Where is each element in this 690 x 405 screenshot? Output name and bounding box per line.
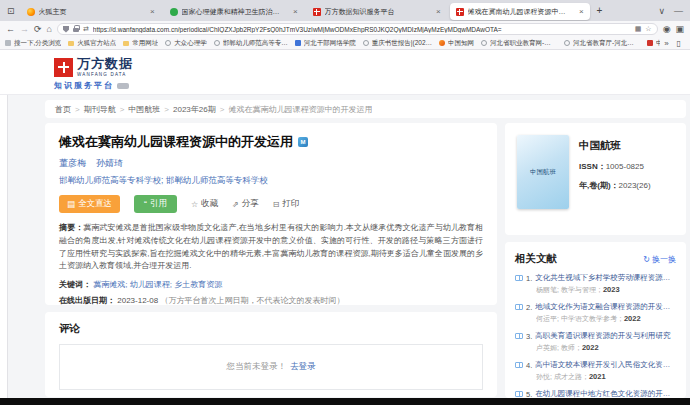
browser-tab-health[interactable]: 国家心理健康和精神卫生防治… × <box>164 3 304 20</box>
author-list: 董彦梅 孙婧琦 <box>59 157 483 170</box>
breadcrumb: 首页> 期刊导航> 中国航班> 2023年26期> 傩戏在冀南幼儿园课程资源中的… <box>45 100 686 118</box>
list-tabs-chevron-icon[interactable]: ∨ <box>655 6 668 16</box>
affiliation-links[interactable]: 邯郸幼儿师范高等专科学校; 邯郸幼儿师范高等专科学校 <box>59 175 483 187</box>
breadcrumb-journal-nav[interactable]: 期刊导航 <box>84 104 116 115</box>
related-item: 4.高中语文校本课程开发引入民俗文化资源研究 孙悦; 成才之路；2021 <box>515 360 676 382</box>
not-logged-in-text: 您当前未登录！ <box>227 361 287 373</box>
share-button[interactable]: ⇗分享 <box>232 198 259 210</box>
reload-icon[interactable]: ⟳ <box>34 24 42 34</box>
tab-bar: ⊡ 火狐主页 × 国家心理健康和精神卫生防治… × 万方数据知识服务平台 × 傩… <box>0 0 690 21</box>
related-link[interactable]: 在幼儿园课程中地方红色文化资源的开发与… <box>535 389 676 398</box>
site-icon <box>647 40 653 46</box>
qr-translate-icon[interactable]: ▦ <box>635 25 642 33</box>
related-link[interactable]: 高职美育通识课程资源的开发与利用研究 <box>535 331 676 341</box>
browser-tab-home[interactable]: 火狐主页 × <box>21 3 161 20</box>
bookmark-list: 搜一下,分类浏览 火狐官方站点 常用网址 大众心理学 邯郸幼儿师范高等专… 河北… <box>5 39 660 48</box>
bookmark-item[interactable]: 重庆书世报告|(202… <box>363 39 432 48</box>
browser-window: ⊡ 火狐主页 × 国家心理健康和精神卫生防治… × 万方数据知识服务平台 × 傩… <box>0 0 690 405</box>
bookmark-item[interactable]: 邯郸幼儿师范高等专… <box>214 39 288 48</box>
sidebar-toggle-icon[interactable]: ▯ <box>673 39 685 48</box>
globe-icon <box>481 40 487 46</box>
firefox-icon <box>27 8 35 16</box>
bookmark-item[interactable]: 河北省职业教育网-河… <box>481 39 557 48</box>
bookmarks-overflow-icon[interactable]: » <box>660 39 672 48</box>
site-icon <box>439 40 445 46</box>
favorite-button[interactable]: ☆收藏 <box>191 198 218 210</box>
journal-cover[interactable]: 中国航班 <box>517 135 569 209</box>
close-icon[interactable]: × <box>579 7 584 16</box>
cite-button[interactable]: “引用 <box>134 195 177 213</box>
breadcrumb-issue[interactable]: 2023年26期 <box>173 104 216 115</box>
comments-title: 评论 <box>59 322 483 336</box>
print-button[interactable]: ⊟打印 <box>273 198 300 210</box>
related-link[interactable]: 地域文化作为语文融合课程资源的开发与利用 <box>535 302 676 312</box>
related-title: 相关文献 <box>515 252 557 266</box>
url-bar[interactable]: ⇄ https://d.wanfangdata.com.cn/periodica… <box>57 23 658 35</box>
breadcrumb-home[interactable]: 首页 <box>55 104 71 115</box>
related-literature-card: 相关文献 ↻换一换 1.文化共生视域下乡村学校劳动课程资源的开发 杨丽笔; 教学… <box>505 242 686 398</box>
go-login-link[interactable]: 去登录 <box>290 361 316 373</box>
article-card: 傩戏在冀南幼儿园课程资源中的开发运用 M 董彦梅 孙婧琦 邯郸幼儿师范高等专科学… <box>45 123 497 305</box>
account-icon[interactable]: ◉ <box>663 24 671 34</box>
bookmark-item[interactable]: 中华人民共和国教育… <box>647 39 660 48</box>
new-tab-button[interactable]: + <box>593 5 607 16</box>
window-minimize-icon[interactable]: — <box>671 6 686 16</box>
book-icon <box>515 362 523 368</box>
book-icon <box>515 391 523 397</box>
close-icon[interactable]: × <box>150 7 155 16</box>
wanfang-logo[interactable]: 万方数据 WANFANG DATA 知识服务平台 <box>54 57 133 91</box>
author-link[interactable]: 董彦梅 <box>59 157 86 170</box>
online-date-row: 在线出版日期： 2023-12-08 （万方平台首次上网日期，不代表论文的发表时… <box>59 295 483 306</box>
close-icon[interactable]: × <box>293 7 298 16</box>
related-item: 5.在幼儿园课程中地方红色文化资源的开发与… 周燕勤; 文渊（高中版）；2020 <box>515 389 676 398</box>
bookmark-item[interactable]: 搜一下,分类浏览 <box>5 39 61 48</box>
browser-tab-article-active[interactable]: 傩戏在冀南幼儿园课程资源中… × <box>450 3 590 20</box>
https-only-icon: ⇄ <box>83 25 89 33</box>
breadcrumb-journal[interactable]: 中国航班 <box>128 104 160 115</box>
bookmark-folder[interactable]: 常用网址 <box>123 39 158 48</box>
logo-subtitle: WANFANG DATA <box>77 72 133 77</box>
printer-icon: ⊟ <box>273 200 280 209</box>
tab-title: 火狐主页 <box>39 7 146 17</box>
close-icon[interactable]: × <box>436 7 441 16</box>
bookmark-item[interactable]: 中国知网 <box>439 39 474 48</box>
keyword-link[interactable]: 幼儿园课程 <box>130 280 174 289</box>
site-icon <box>295 40 301 46</box>
breadcrumb-current: 傩戏在冀南幼儿园课程资源中的开发运用 <box>228 104 372 115</box>
related-link[interactable]: 高中语文校本课程开发引入民俗文化资源研究 <box>535 360 676 370</box>
tab-title: 国家心理健康和精神卫生防治… <box>182 7 289 17</box>
navigation-toolbar: ← → ⟳ ⌂ ⇄ https://d.wanfangdata.com.cn/p… <box>0 21 690 37</box>
document-icon: ▤ <box>67 199 75 209</box>
fulltext-button[interactable]: ▤全文直达 <box>59 195 120 213</box>
globe-icon <box>363 40 369 46</box>
forward-icon: → <box>20 24 29 34</box>
star-icon: ☆ <box>191 200 198 209</box>
bottom-black-bar <box>0 398 690 405</box>
keyword-link[interactable]: 冀南傩戏 <box>93 280 129 289</box>
back-icon[interactable]: ← <box>6 24 15 34</box>
browser-tab-wanfang-home[interactable]: 万方数据知识服务平台 × <box>307 3 447 20</box>
author-link[interactable]: 孙婧琦 <box>96 157 123 170</box>
book-icon <box>515 304 523 310</box>
related-link[interactable]: 文化共生视域下乡村学校劳动课程资源的开发 <box>535 273 676 283</box>
home-icon[interactable]: ⌂ <box>47 24 52 34</box>
journal-name[interactable]: 中国航班 <box>579 139 651 153</box>
related-item: 3.高职美育通识课程资源的开发与利用研究 卢英媚; 教师；2022 <box>515 331 676 353</box>
lock-icon[interactable] <box>73 28 79 32</box>
bookmark-star-icon[interactable]: ☆ <box>645 25 651 33</box>
related-item: 1.文化共生视域下乡村学校劳动课程资源的开发 杨丽笔; 教学与管理；2023 <box>515 273 676 295</box>
keyword-link[interactable]: 乡土教育资源 <box>174 280 222 289</box>
screenshot-extension-icon[interactable]: ▣ <box>675 24 684 34</box>
refresh-related-button[interactable]: ↻换一换 <box>643 254 676 265</box>
url-text[interactable]: https://d.wanfangdata.com.cn/periodical/… <box>93 26 631 33</box>
bookmark-item[interactable]: 河北干部网络学院 <box>295 39 356 48</box>
page-body: 首页> 期刊导航> 中国航班> 2023年26期> 傩戏在冀南幼儿园课程资源中的… <box>0 95 690 398</box>
globe-icon <box>214 40 220 46</box>
journal-card: 中国航班 中国航班 ISSN：1005-0825 年,卷(期)：2023(26) <box>505 123 686 235</box>
tracking-shield-icon[interactable] <box>63 26 69 33</box>
firefox-view-icon[interactable]: ⊡ <box>4 6 18 16</box>
bookmark-item[interactable]: 大众心理学 <box>165 39 207 48</box>
bookmark-item[interactable]: 河北省教育厅-河北省… <box>564 39 640 48</box>
bookmark-folder[interactable]: 火狐官方站点 <box>68 39 116 48</box>
action-bar: ▤全文直达 “引用 ☆收藏 ⇗分享 ⊟打印 <box>59 195 483 213</box>
